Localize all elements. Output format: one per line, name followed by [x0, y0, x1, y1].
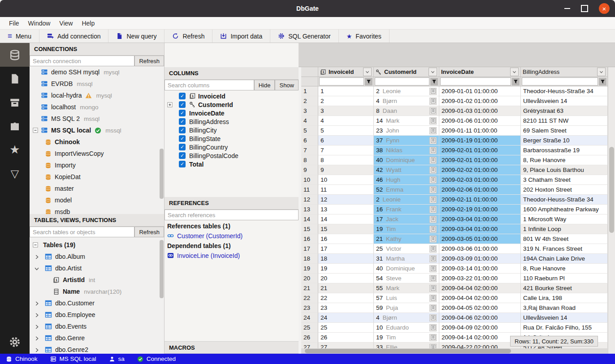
row-number-cell[interactable]: 8	[301, 155, 318, 165]
customer-id-cell[interactable]: 14Mark	[374, 116, 439, 126]
connection-item[interactable]: EVRDBmssql	[30, 78, 164, 90]
invoice-date-cell[interactable]: 2009-04-05 02:00:00	[439, 303, 521, 313]
invoice-id-cell[interactable]: 26	[318, 333, 374, 343]
column-filter-input[interactable]	[375, 77, 429, 86]
column-toggle-item[interactable]: ✓BillingState	[165, 134, 299, 143]
columns-search-input[interactable]	[165, 80, 254, 90]
invoice-date-cell[interactable]: 2009-03-06 01:00:00	[439, 244, 521, 254]
connections-scrollbar-thumb[interactable]	[160, 149, 164, 199]
fk-lookup-icon[interactable]	[429, 176, 437, 184]
column-toggle-item[interactable]: ✓BillingAddress	[165, 117, 299, 126]
invoice-id-cell[interactable]: 11	[318, 185, 374, 195]
fk-lookup-icon[interactable]	[429, 295, 437, 302]
billing-address-cell[interactable]: 8, Rue Hanovre	[521, 155, 608, 165]
billing-address-cell[interactable]: 69 Salem Street	[521, 126, 608, 136]
tree-column-item[interactable]: Namenvarchar(120)	[30, 286, 164, 297]
column-menu-button[interactable]	[510, 68, 519, 76]
menu-window[interactable]: Window	[24, 18, 55, 28]
invoice-date-cell[interactable]: 2009-03-14 01:00:00	[439, 264, 521, 274]
invoice-id-cell[interactable]: 12	[318, 195, 374, 205]
invoice-date-cell[interactable]: 2009-02-19 01:00:00	[439, 205, 521, 214]
row-number-cell[interactable]: 17	[301, 244, 318, 254]
billing-address-cell[interactable]: 1 Infinite Loop	[521, 224, 608, 234]
fk-lookup-icon[interactable]	[429, 236, 437, 243]
row-number-cell[interactable]: 26	[301, 333, 318, 343]
checkbox-checked[interactable]: ✓	[179, 135, 186, 142]
invoice-date-cell[interactable]: 2009-01-06 01:00:00	[439, 116, 521, 126]
tree-table-item[interactable]: dbo.Genre2	[30, 344, 164, 354]
collapse-icon[interactable]	[33, 128, 38, 133]
collapse-icon[interactable]	[33, 242, 38, 248]
fk-lookup-icon[interactable]	[429, 304, 437, 312]
activity-favorites[interactable]: ★	[0, 138, 30, 162]
chevron-right-icon[interactable]	[34, 324, 40, 330]
maximize-button[interactable]	[581, 5, 588, 12]
grid-vscroll-thumb[interactable]	[609, 147, 614, 233]
customer-id-cell[interactable]: 8Daan	[374, 106, 439, 116]
chevron-right-icon[interactable]	[34, 254, 40, 260]
row-number-cell[interactable]: 18	[301, 254, 318, 264]
activity-archive[interactable]	[0, 90, 30, 114]
customer-id-cell[interactable]: 21Kathy	[374, 234, 439, 244]
customer-id-cell[interactable]: 31Martha	[374, 254, 439, 264]
customer-id-cell[interactable]: 23John	[374, 126, 439, 136]
customer-id-cell[interactable]: 40Dominique	[374, 155, 439, 165]
tree-table-item[interactable]: dbo.Customer	[30, 297, 164, 309]
customer-id-cell[interactable]: 52Emma	[374, 185, 439, 195]
invoice-id-cell[interactable]: 25	[318, 323, 374, 333]
fk-lookup-icon[interactable]	[429, 314, 437, 321]
row-number-cell[interactable]: 21	[301, 283, 318, 293]
row-number-cell[interactable]: 6	[301, 136, 318, 146]
row-number-cell[interactable]: 3	[301, 106, 318, 116]
invoice-id-cell[interactable]: 10	[318, 175, 374, 185]
grid-column-header[interactable]: BillingAddress	[521, 67, 608, 77]
row-number-cell[interactable]: 13	[301, 205, 318, 214]
invoice-date-cell[interactable]: 2009-02-02 01:00:00	[439, 165, 521, 175]
billing-address-cell[interactable]: 1600 Amphitheatre Parkway	[521, 205, 608, 214]
tree-table-item[interactable]: dbo.Artist	[30, 262, 164, 274]
filter-icon[interactable]	[430, 78, 438, 86]
row-number-cell[interactable]: 1	[301, 86, 318, 96]
customer-id-cell[interactable]: 46Hugh	[374, 175, 439, 185]
customer-id-cell[interactable]: 59Puja	[374, 303, 439, 313]
checkbox-checked[interactable]: ✓	[179, 110, 186, 116]
billing-address-cell[interactable]: 801 W 4th Street	[521, 234, 608, 244]
toolbar-sql-generator-button[interactable]: SQL Generator	[270, 30, 338, 43]
customer-id-cell[interactable]: 2Leonie	[374, 195, 439, 205]
invoice-id-cell[interactable]: 18	[318, 254, 374, 264]
invoice-id-cell[interactable]: 22	[318, 293, 374, 303]
invoice-date-cell[interactable]: 2009-01-01 01:00:00	[439, 86, 521, 96]
billing-address-cell[interactable]: 3 Chatham Street	[521, 175, 608, 185]
fk-lookup-icon[interactable]	[429, 137, 437, 144]
column-filter-input[interactable]	[319, 77, 364, 86]
grid-hscroll-thumb[interactable]	[305, 349, 511, 353]
activity-history[interactable]	[0, 114, 30, 138]
row-number-cell[interactable]: 25	[301, 323, 318, 333]
invoice-id-cell[interactable]: 15	[318, 224, 374, 234]
billing-address-cell[interactable]: 8210 111 ST NW	[521, 116, 608, 126]
filter-icon[interactable]	[512, 78, 520, 86]
invoice-date-cell[interactable]: 2009-02-01 01:00:00	[439, 155, 521, 165]
invoice-date-cell[interactable]: 2009-04-06 02:00:00	[439, 313, 521, 323]
expand-icon[interactable]	[167, 102, 173, 107]
customer-id-cell[interactable]: 38Niklas	[374, 146, 439, 155]
invoice-id-cell[interactable]: 7	[318, 146, 374, 155]
invoice-id-cell[interactable]: 23	[318, 303, 374, 313]
row-number-cell[interactable]: 5	[301, 126, 318, 136]
billing-address-cell[interactable]: 421 Bourke Street	[521, 283, 608, 293]
row-number-cell[interactable]: 2	[301, 96, 318, 106]
reference-link[interactable]: Customer (CustomerId)	[165, 231, 299, 241]
invoice-date-cell[interactable]: 2009-04-14 02:00:00	[439, 333, 521, 343]
customer-id-cell[interactable]: 37Fynn	[374, 136, 439, 146]
billing-address-cell[interactable]: Rua Dr. Falcão Filho, 155	[521, 323, 608, 333]
tables-search-input[interactable]	[30, 227, 134, 237]
grid-column-header[interactable]: 1InvoiceId	[318, 67, 374, 77]
invoice-id-cell[interactable]: 5	[318, 126, 374, 136]
tree-table-item[interactable]: dbo.Events	[30, 321, 164, 332]
grid-horizontal-scrollbar[interactable]	[301, 348, 608, 354]
toolbar-favorites-button[interactable]: ★Favorites	[339, 30, 390, 43]
menu-help[interactable]: Help	[77, 18, 99, 28]
column-filter-input[interactable]	[522, 77, 598, 86]
invoice-date-cell[interactable]: 2009-02-11 01:00:00	[439, 195, 521, 205]
fk-lookup-icon[interactable]	[429, 245, 437, 253]
